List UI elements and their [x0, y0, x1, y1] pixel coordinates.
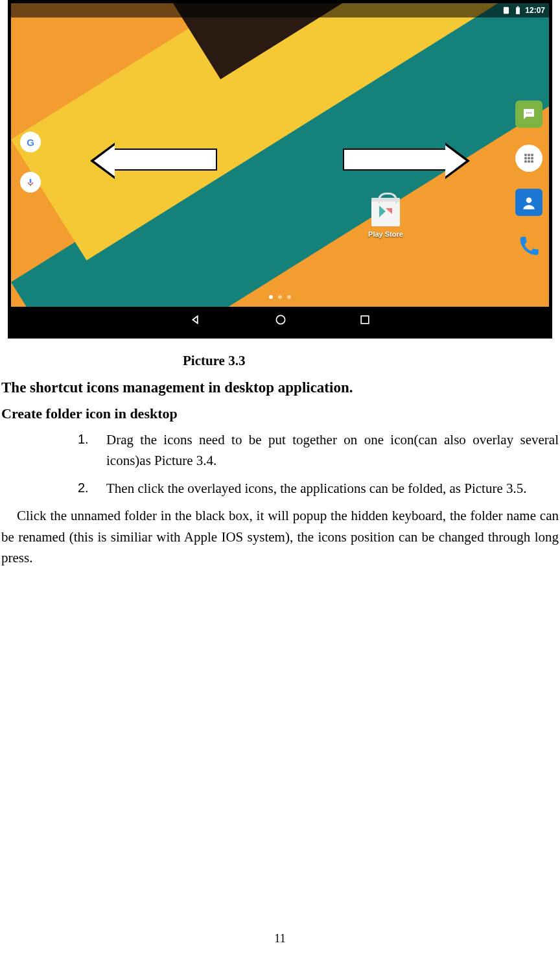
- play-store-app[interactable]: Play Store: [366, 198, 405, 239]
- document-body: Picture 3.3 The shortcut icons managemen…: [0, 350, 560, 569]
- play-store-label: Play Store: [366, 230, 405, 239]
- svg-point-8: [524, 154, 527, 156]
- play-store-icon: [371, 198, 400, 226]
- svg-point-15: [528, 160, 530, 163]
- figure-caption: Picture 3.3: [1, 350, 559, 372]
- svg-point-12: [528, 157, 530, 160]
- svg-rect-19: [361, 316, 369, 324]
- status-time: 12:07: [525, 6, 545, 14]
- svg-point-17: [526, 197, 532, 203]
- subsection-heading: Create folder icon in desktop: [1, 402, 559, 425]
- svg-rect-0: [504, 7, 509, 14]
- voice-search-icon[interactable]: [20, 172, 41, 193]
- swipe-left-arrow: [113, 149, 217, 171]
- sim-icon: [502, 6, 511, 15]
- swipe-right-arrow: [343, 149, 447, 171]
- svg-rect-1: [516, 7, 520, 14]
- svg-point-9: [528, 154, 530, 156]
- svg-point-7: [530, 112, 531, 113]
- svg-rect-3: [30, 179, 32, 184]
- svg-point-11: [524, 157, 527, 160]
- back-icon[interactable]: [189, 313, 203, 329]
- right-dock: [515, 101, 542, 260]
- body-paragraph: Click the unnamed folder in the black bo…: [1, 505, 559, 569]
- svg-point-14: [524, 160, 527, 163]
- page-indicator: [269, 295, 291, 299]
- messages-icon[interactable]: [515, 101, 542, 128]
- page-number: 11: [0, 932, 560, 946]
- left-folder-column: G: [20, 132, 41, 193]
- list-item: 1. Drag the icons need to be put togethe…: [78, 429, 559, 471]
- phone-icon[interactable]: [515, 233, 542, 260]
- list-text: Drag the icons need to be put together o…: [106, 432, 559, 469]
- google-folder-icon[interactable]: G: [20, 132, 41, 152]
- contacts-icon[interactable]: [515, 189, 542, 216]
- svg-point-10: [531, 154, 533, 156]
- list-number: 2.: [78, 478, 89, 498]
- list-text: Then click the overlayed icons, the appl…: [106, 481, 526, 496]
- navigation-bar: [11, 307, 549, 335]
- section-heading: The shortcut icons management in desktop…: [1, 376, 559, 400]
- instruction-list: 1. Drag the icons need to be put togethe…: [1, 429, 559, 499]
- svg-point-18: [276, 315, 285, 324]
- status-bar: 12:07: [11, 3, 549, 18]
- svg-point-16: [531, 160, 533, 163]
- android-home-screenshot: 12:07 G Play Store: [8, 0, 552, 339]
- recents-icon[interactable]: [358, 313, 371, 329]
- svg-point-5: [526, 112, 528, 113]
- list-number: 1.: [78, 429, 89, 449]
- home-icon[interactable]: [274, 313, 287, 329]
- list-item: 2. Then click the overlayed icons, the a…: [78, 478, 559, 499]
- svg-point-6: [528, 112, 530, 113]
- svg-rect-2: [517, 6, 519, 8]
- battery-icon: [513, 6, 522, 15]
- apps-drawer-icon[interactable]: [515, 145, 542, 172]
- svg-point-13: [531, 157, 533, 160]
